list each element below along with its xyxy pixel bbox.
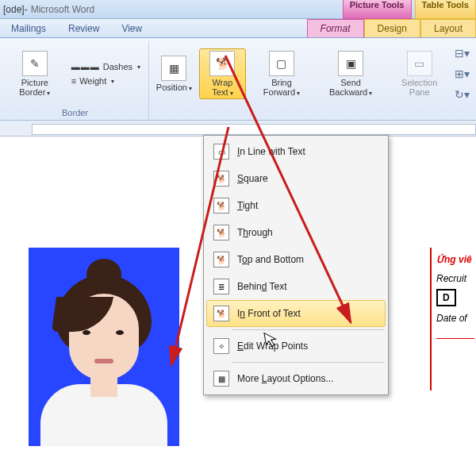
menu-separator: [232, 362, 384, 363]
tab-view[interactable]: View: [110, 20, 153, 37]
tab-design[interactable]: Design: [364, 19, 420, 37]
wrap-text-button[interactable]: 🐕 Wrap Text: [199, 48, 247, 100]
menu-behind-text[interactable]: ≣ Behind Text: [206, 273, 386, 300]
send-backward-button[interactable]: ▣ Send Backward: [317, 48, 385, 100]
position-button[interactable]: ▦ Position: [154, 53, 194, 94]
tab-mailings[interactable]: Mailings: [0, 20, 57, 37]
menu-top-bottom[interactable]: 🐕 Top and Bottom: [206, 246, 386, 273]
through-icon: 🐕: [213, 225, 229, 240]
front-icon: 🐕: [213, 306, 229, 321]
menu-edit-wrap-points[interactable]: ✧ Edit Wrap Points: [206, 333, 386, 360]
picture-tools-header: Picture Tools: [343, 0, 412, 19]
menu-in-front-of-text[interactable]: 🐕 In Front of Text: [206, 300, 386, 327]
wrap-text-icon: 🐕: [209, 51, 235, 76]
app-name: Microsoft Word: [31, 4, 94, 15]
doc-heading: Ứng viê: [436, 254, 474, 265]
ribbon-group-border: ✎ Picture Border ▬▬▬ Dashes ≡ Weight Bor…: [2, 41, 149, 120]
selection-pane-icon: ▭: [407, 51, 432, 76]
behind-icon: ≣: [213, 279, 229, 294]
table-tools-header: Table Tools: [415, 0, 477, 19]
tight-icon: 🐕: [213, 198, 229, 214]
document-name: [ode]: [3, 4, 25, 15]
weight-button[interactable]: ≡ Weight: [68, 75, 144, 87]
menu-separator: [232, 329, 384, 330]
edit-points-icon: ✧: [213, 338, 229, 354]
selection-pane-button[interactable]: ▭ Selection Pane: [389, 48, 450, 99]
tab-format[interactable]: Format: [307, 19, 364, 37]
menu-square[interactable]: 🐕 Square: [206, 165, 386, 192]
wrap-text-menu: ▭ In Line with Text 🐕 Square 🐕 Tight 🐕 T…: [203, 135, 389, 395]
horizontal-ruler[interactable]: [0, 121, 476, 137]
picture-border-button[interactable]: ✎ Picture Border: [6, 48, 63, 100]
dashes-button[interactable]: ▬▬▬ Dashes: [68, 60, 144, 73]
inline-icon: ▭: [213, 144, 229, 160]
square-icon: 🐕: [213, 171, 229, 187]
document-text-box: Ứng viê Recruit D Date of: [430, 248, 476, 391]
topbottom-icon: 🐕: [213, 252, 229, 267]
bring-forward-icon: ▢: [269, 51, 294, 76]
pencil-icon: ✎: [22, 51, 48, 76]
tab-layout[interactable]: Layout: [420, 19, 476, 37]
send-backward-icon: ▣: [338, 51, 363, 76]
inserted-photo[interactable]: [29, 248, 179, 446]
ribbon-tabs: Mailings Review View Format Design Layou…: [0, 19, 476, 38]
position-icon: ▦: [161, 56, 186, 81]
ribbon: ✎ Picture Border ▬▬▬ Dashes ≡ Weight Bor…: [0, 38, 476, 121]
contextual-tab-headers: Picture Tools Table Tools: [343, 0, 476, 19]
tab-review[interactable]: Review: [57, 20, 110, 37]
menu-inline[interactable]: ▭ In Line with Text: [206, 138, 386, 165]
align-icon[interactable]: ⊟▾: [455, 47, 470, 60]
menu-tight[interactable]: 🐕 Tight: [206, 192, 386, 219]
rotate-icon[interactable]: ↻▾: [455, 88, 470, 101]
group-label-border: Border: [62, 106, 88, 120]
menu-through[interactable]: 🐕 Through: [206, 219, 386, 246]
group-icon[interactable]: ⊞▾: [455, 67, 470, 80]
menu-more-layout-options[interactable]: ▦ More Layout Options...: [206, 365, 386, 392]
layout-icon: ▦: [213, 371, 229, 387]
bring-forward-button[interactable]: ▢ Bring Forward: [251, 48, 313, 100]
ribbon-group-arrange: ▦ Position 🐕 Wrap Text ▢ Bring Forward ▣…: [149, 41, 474, 120]
